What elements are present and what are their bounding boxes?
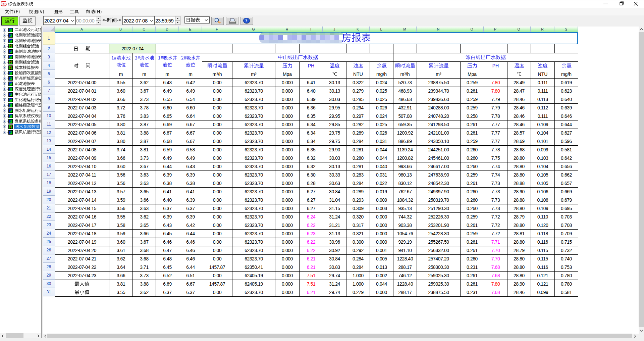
svg-text:RPT: RPT <box>2 2 7 6</box>
svg-text:?: ? <box>245 18 248 23</box>
